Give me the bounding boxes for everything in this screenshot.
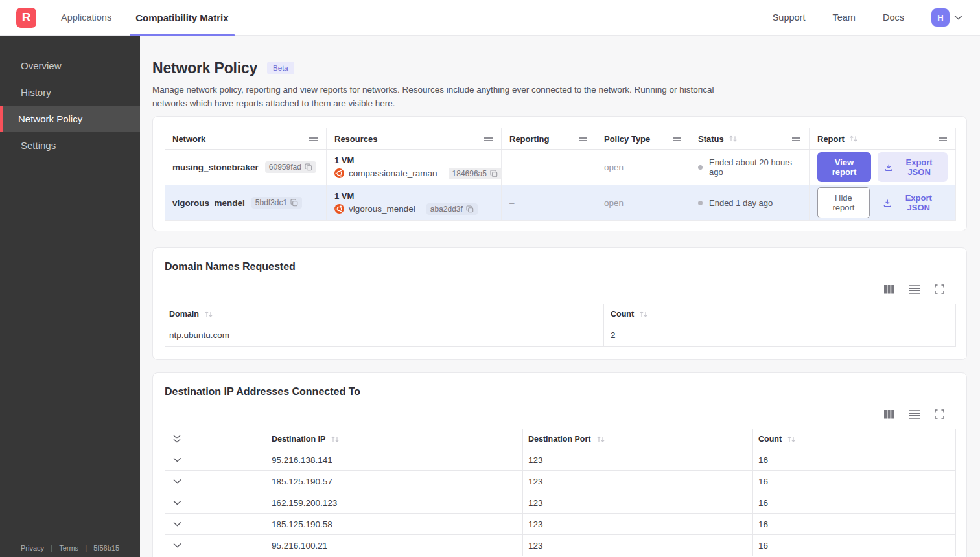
expand-row-icon[interactable] (173, 521, 181, 527)
network-name: vigorous_mendel (172, 198, 245, 208)
hide-report-button[interactable]: Hide report (817, 187, 870, 218)
domain-row[interactable]: ntp.ubuntu.com 2 (165, 324, 956, 347)
destination-row[interactable]: 162.159.200.123 123 16 (165, 492, 956, 514)
column-menu-icon[interactable] (484, 136, 493, 142)
count-value: 16 (752, 514, 956, 534)
build-version: 5f56b15 (93, 544, 119, 552)
policy-type-value: open (604, 163, 624, 172)
sort-icon[interactable] (204, 310, 213, 318)
nav-link-team[interactable]: Team (832, 12, 855, 23)
destination-port-value: 123 (522, 492, 752, 513)
destination-ip-value: 185.125.190.58 (253, 514, 522, 534)
ubuntu-icon (334, 168, 344, 178)
network-name: musing_stonebraker (172, 163, 259, 172)
status-dot (698, 201, 703, 205)
terms-link[interactable]: Terms (59, 544, 78, 552)
policy-type-value: open (604, 198, 624, 208)
download-icon (885, 163, 892, 172)
nav-link-docs[interactable]: Docs (883, 12, 904, 23)
network-id-badge: 60959fad (265, 161, 316, 173)
card-title-domain-names: Domain Names Requested (165, 261, 955, 273)
nav-link-support[interactable]: Support (773, 12, 806, 23)
sort-icon[interactable] (849, 135, 858, 142)
export-json-button[interactable]: Export JSON (878, 152, 948, 182)
account-menu[interactable]: H (931, 8, 962, 27)
rows-density-icon[interactable] (909, 409, 920, 420)
column-menu-icon[interactable] (309, 136, 318, 142)
app-logo[interactable]: R (16, 8, 36, 28)
column-header-count: Count (758, 435, 782, 444)
resource-count: 1 VM (334, 155, 354, 165)
copy-icon[interactable] (490, 170, 498, 177)
fullscreen-icon[interactable] (935, 284, 944, 294)
domain-table: Domain Count ntp.ubuntu.com 2 (165, 304, 956, 347)
column-header-domain: Domain (169, 310, 199, 319)
expand-row-icon[interactable] (173, 479, 181, 484)
destination-row[interactable]: 95.216.138.141 123 16 (165, 449, 956, 471)
destination-ip-value: 162.159.200.123 (253, 492, 522, 513)
destination-port-value: 123 (522, 471, 752, 492)
destination-row[interactable]: 185.125.190.57 123 16 (165, 471, 956, 492)
destination-row[interactable]: 185.125.190.58 123 16 (165, 514, 956, 535)
sidebar-item-history[interactable]: History (0, 79, 140, 106)
destination-port-value: 123 (522, 535, 752, 556)
expand-row-icon[interactable] (173, 457, 181, 462)
domain-value: ntp.ubuntu.com (165, 324, 603, 346)
destination-ip-value: 185.125.190.57 (253, 471, 522, 492)
export-json-button[interactable]: Export JSON (876, 188, 948, 218)
reporting-value: – (509, 198, 515, 208)
nav-tab-compatibility-matrix[interactable]: Compatibility Matrix (135, 0, 228, 35)
column-menu-icon[interactable] (672, 136, 682, 142)
column-header-report: Report (817, 134, 845, 144)
column-header-network: Network (172, 134, 205, 144)
resource-count: 1 VM (334, 191, 354, 201)
column-header-count: Count (611, 310, 634, 319)
columns-icon[interactable] (883, 284, 894, 295)
fullscreen-icon[interactable] (935, 409, 944, 419)
chevron-down-icon[interactable] (954, 15, 962, 20)
status-dot (698, 165, 703, 170)
table-toolbar (165, 284, 955, 295)
column-menu-icon[interactable] (791, 136, 801, 142)
destination-row[interactable]: 95.216.100.21 123 16 (165, 535, 956, 556)
destination-ip-card: Destination IP Addresses Connected To De… (152, 372, 967, 557)
sidebar-item-overview[interactable]: Overview (0, 52, 140, 79)
page-title: Network Policy (152, 60, 257, 76)
copy-icon[interactable] (466, 205, 474, 213)
network-table-card: Network Resources Reporting Policy Type … (152, 116, 967, 231)
expand-all-icon[interactable] (173, 435, 181, 443)
column-menu-icon[interactable] (938, 136, 948, 142)
network-row[interactable]: vigorous_mendel 5bdf3dc1 1 VM vigorous_m… (165, 185, 956, 221)
copy-icon[interactable] (305, 163, 312, 171)
column-menu-icon[interactable] (578, 136, 588, 142)
view-report-button[interactable]: View report (817, 152, 871, 182)
count-value: 16 (752, 471, 956, 492)
copy-icon[interactable] (290, 199, 298, 207)
nav-tab-applications[interactable]: Applications (61, 0, 111, 35)
sort-icon[interactable] (331, 435, 340, 443)
sort-icon[interactable] (596, 435, 605, 443)
count-value: 2 (603, 324, 956, 346)
sort-icon[interactable] (729, 135, 738, 142)
sort-icon[interactable] (787, 435, 796, 443)
sidebar-item-settings[interactable]: Settings (0, 132, 140, 159)
domain-names-card: Domain Names Requested Domain Count ntp.… (152, 247, 967, 360)
expand-row-icon[interactable] (173, 500, 181, 505)
sidebar-item-network-policy[interactable]: Network Policy (0, 106, 140, 132)
divider: | (51, 543, 52, 552)
network-row[interactable]: musing_stonebraker 60959fad 1 VM compass… (165, 150, 956, 185)
rows-density-icon[interactable] (909, 284, 920, 295)
columns-icon[interactable] (883, 409, 894, 420)
expand-row-icon[interactable] (173, 543, 181, 548)
vm-id-badge: aba2dd3f (426, 203, 478, 215)
destination-table: Destination IP Destination Port Count 95… (165, 429, 956, 556)
column-header-resources: Resources (334, 134, 377, 144)
vm-name: compassionate_raman (349, 168, 438, 178)
top-navbar: R Applications Compatibility Matrix Supp… (0, 0, 980, 36)
page-description: Manage network policy, reporting and vie… (152, 83, 723, 110)
sort-icon[interactable] (639, 310, 648, 318)
count-value: 16 (752, 449, 956, 470)
ubuntu-icon (334, 204, 344, 214)
avatar[interactable]: H (931, 8, 950, 27)
privacy-link[interactable]: Privacy (21, 544, 44, 552)
